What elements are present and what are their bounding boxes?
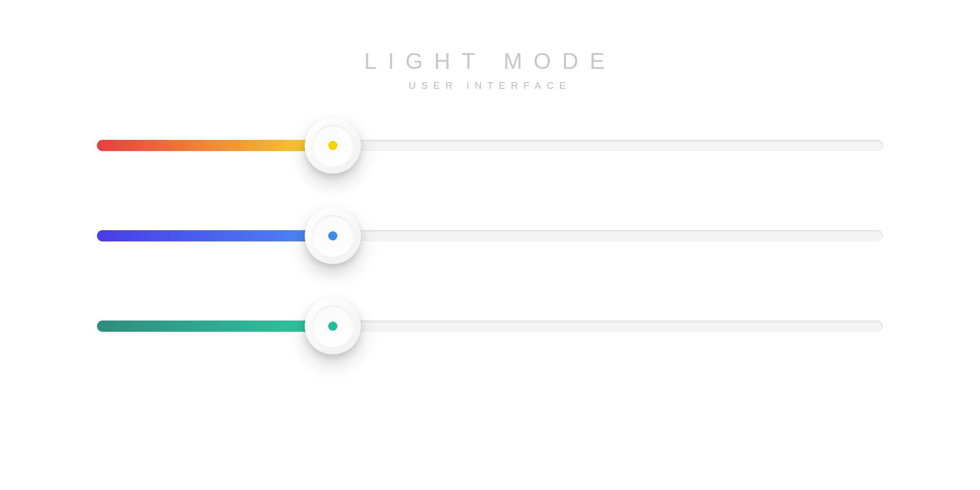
slider-handle-teal[interactable] xyxy=(305,298,361,354)
slider-handle-blue[interactable] xyxy=(305,208,361,264)
slider-handle-inner-teal xyxy=(312,305,354,347)
slider-blue[interactable] xyxy=(97,230,883,241)
slider-fill-blue xyxy=(97,230,333,241)
heading-block: LIGHT MODE USER INTERFACE xyxy=(364,48,616,91)
slider-teal[interactable] xyxy=(97,321,883,332)
slider-dot-blue xyxy=(328,231,337,240)
slider-handle-warm[interactable] xyxy=(305,117,361,174)
slider-fill-warm xyxy=(97,140,333,151)
page-title: LIGHT MODE xyxy=(364,48,616,74)
page-subtitle: USER INTERFACE xyxy=(364,80,616,91)
slider-dot-warm xyxy=(328,141,337,150)
sliders-container xyxy=(97,140,883,332)
slider-handle-inner-warm xyxy=(312,125,354,166)
slider-handle-inner-blue xyxy=(312,215,354,257)
slider-warm[interactable] xyxy=(97,140,883,151)
slider-fill-teal xyxy=(97,321,333,332)
slider-dot-teal xyxy=(328,322,337,331)
